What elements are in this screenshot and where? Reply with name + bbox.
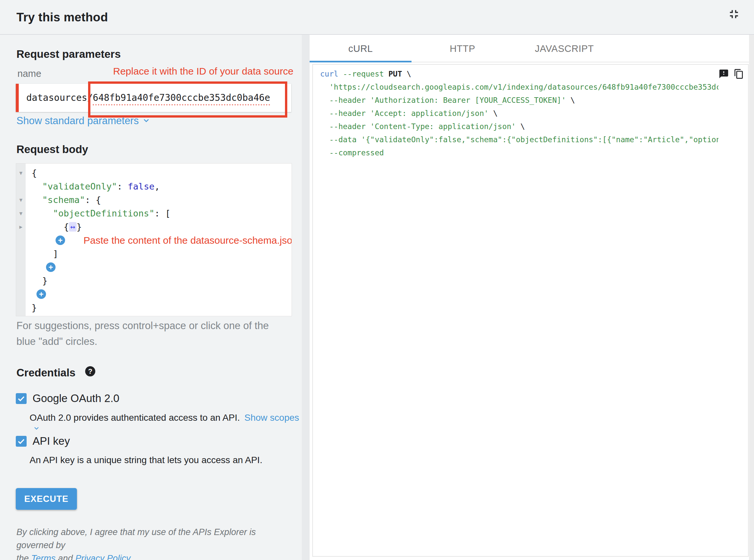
code-sample-panel: cURLHTTPJAVASCRIPT curl --request PUT \ … <box>310 35 754 560</box>
value-prefix: datasources/ <box>26 92 93 103</box>
tab-curl[interactable]: cURL <box>310 35 411 62</box>
active-tab-indicator <box>310 61 411 62</box>
editor-line: ] <box>16 247 292 260</box>
datasource-id-annotation: Replace it with the ID of your data sour… <box>113 66 293 77</box>
execute-button[interactable]: EXECUTE <box>16 488 77 510</box>
help-icon[interactable]: ? <box>84 365 96 380</box>
api-key-label: API key <box>33 435 70 447</box>
fullscreen-exit-icon <box>727 17 741 22</box>
editor-line-content: { <box>26 168 37 178</box>
request-body-heading: Request body <box>16 143 88 156</box>
editor-line: ▾ "schema": { <box>16 193 292 206</box>
oauth-description-text: OAuth 2.0 provides authenticated access … <box>30 413 240 423</box>
code-line: --header 'Authorization: Bearer [YOUR_AC… <box>320 94 718 107</box>
add-circle-button[interactable]: + <box>46 262 56 272</box>
terms-suffix: . <box>130 554 133 560</box>
svg-text:?: ? <box>88 367 92 375</box>
name-parameter-label: name <box>17 68 41 79</box>
chevron-down-icon <box>142 116 151 127</box>
value-datasource-id: 648fb91a40fe7300cccbe353dc0ba46e <box>93 92 270 105</box>
credentials-heading-label: Credentials <box>16 366 76 379</box>
json-body-editor[interactable]: ▾{ "validateOnly": false,▾ "schema": {▾ … <box>16 163 292 316</box>
add-circle-button[interactable]: + <box>37 289 46 299</box>
tab-http[interactable]: HTTP <box>411 35 514 62</box>
paste-schema-annotation: Paste the content of the datasource-sche… <box>83 235 292 246</box>
code-line: --header 'Content-Type: application/json… <box>320 120 718 133</box>
editor-line: +Paste the content of the datasource-sch… <box>16 234 292 247</box>
dialog-title: Try this method <box>16 11 108 24</box>
editor-line: ▸ {↔} <box>16 220 292 234</box>
show-standard-parameters-label: Show standard parameters <box>16 115 139 126</box>
editor-line: } <box>16 274 292 287</box>
editor-line: ▾ "objectDefinitions": [ <box>16 206 292 220</box>
terms-text: By clicking above, I agree that my use o… <box>16 525 289 560</box>
fold-open-icon[interactable]: ▾ <box>16 206 26 220</box>
credentials-heading: Credentials ? <box>16 365 96 380</box>
json-editor-lines: ▾{ "validateOnly": false,▾ "schema": {▾ … <box>16 166 292 314</box>
code-line: 'https://cloudsearch.googleapis.com/v1/i… <box>320 80 718 94</box>
terms-line1: By clicking above, I agree that my use o… <box>16 525 289 552</box>
editor-line-content: "schema": { <box>26 195 101 205</box>
request-panel: Request parameters Replace it with the I… <box>0 35 310 560</box>
checkmark-icon <box>17 437 26 446</box>
editor-line-content: {↔} <box>26 222 82 232</box>
fold-closed-icon[interactable]: ▸ <box>16 220 26 234</box>
api-key-checkbox[interactable] <box>16 436 26 447</box>
editor-line-content: "objectDefinitions": [ <box>26 208 171 218</box>
input-error-bar <box>16 84 19 112</box>
oauth-description: OAuth 2.0 provides authenticated access … <box>30 413 310 434</box>
add-circle-button[interactable]: + <box>56 236 65 245</box>
fold-open-icon[interactable]: ▾ <box>16 166 26 180</box>
dialog-header: Try this method <box>0 0 754 35</box>
editor-line-content: "validateOnly": false, <box>26 181 160 192</box>
oauth-checkbox[interactable] <box>16 393 26 404</box>
name-parameter-value: datasources/648fb91a40fe7300cccbe353dc0b… <box>26 84 270 112</box>
oauth-credential-row: Google OAuth 2.0 <box>16 392 119 405</box>
editor-line-content: } <box>26 302 37 313</box>
apis-explorer-try-method: { "header": { "title": "Try this method"… <box>0 0 754 560</box>
show-scopes-label: Show scopes <box>245 413 299 423</box>
terms-link[interactable]: Terms <box>31 554 56 560</box>
fullscreen-exit-button[interactable] <box>727 7 741 21</box>
name-parameter-input[interactable]: datasources/648fb91a40fe7300cccbe353dc0b… <box>16 84 291 112</box>
code-line: --header 'Accept: application/json' \ <box>320 107 718 120</box>
code-toolbar <box>718 69 744 79</box>
panel-scrollbar[interactable] <box>302 35 310 560</box>
editor-hint-line2: blue "add" circles. <box>16 334 269 349</box>
code-line: --compressed <box>320 146 718 159</box>
editor-line: } <box>16 301 292 314</box>
code-line: --data '{"validateOnly":false,"schema":{… <box>320 133 718 146</box>
editor-line-content: ] <box>26 248 58 259</box>
oauth-label: Google OAuth 2.0 <box>33 392 119 405</box>
feedback-icon <box>718 75 729 80</box>
editor-line: ▾{ <box>16 166 292 180</box>
editor-hint: For suggestions, press control+space or … <box>16 318 269 349</box>
show-standard-parameters-link[interactable]: Show standard parameters <box>16 115 151 127</box>
code-line: curl --request PUT \ <box>320 67 718 80</box>
editor-line-content: + <box>26 289 46 299</box>
editor-line: + <box>16 260 292 274</box>
tab-bar: cURLHTTPJAVASCRIPT <box>310 35 754 62</box>
chevron-down-icon <box>33 424 40 434</box>
editor-line-content: } <box>26 276 48 286</box>
curl-code: curl --request PUT \ 'https://cloudsearc… <box>320 67 718 159</box>
copy-button[interactable] <box>734 69 744 79</box>
fold-open-icon[interactable]: ▾ <box>16 193 26 206</box>
editor-line-content: + <box>26 262 56 272</box>
copy-icon <box>734 75 744 80</box>
terms-conjunction: and <box>56 554 75 560</box>
feedback-button[interactable] <box>718 69 729 79</box>
editor-line-content: +Paste the content of the datasource-sch… <box>26 235 292 246</box>
privacy-policy-link[interactable]: Privacy Policy <box>75 554 130 560</box>
terms-prefix: the <box>16 554 31 560</box>
page-scrollbar[interactable] <box>749 35 754 560</box>
curl-code-box: curl --request PUT \ 'https://cloudsearc… <box>312 64 749 557</box>
checkmark-icon <box>17 394 26 403</box>
terms-line2: the Terms and Privacy Policy. <box>16 552 289 560</box>
api-key-credential-row: API key <box>16 435 70 447</box>
request-parameters-heading: Request parameters <box>16 48 121 60</box>
tab-javascript[interactable]: JAVASCRIPT <box>514 35 615 62</box>
editor-hint-line1: For suggestions, press control+space or … <box>16 318 269 334</box>
api-key-description: An API key is a unique string that lets … <box>30 455 262 465</box>
editor-line: + <box>16 287 292 301</box>
